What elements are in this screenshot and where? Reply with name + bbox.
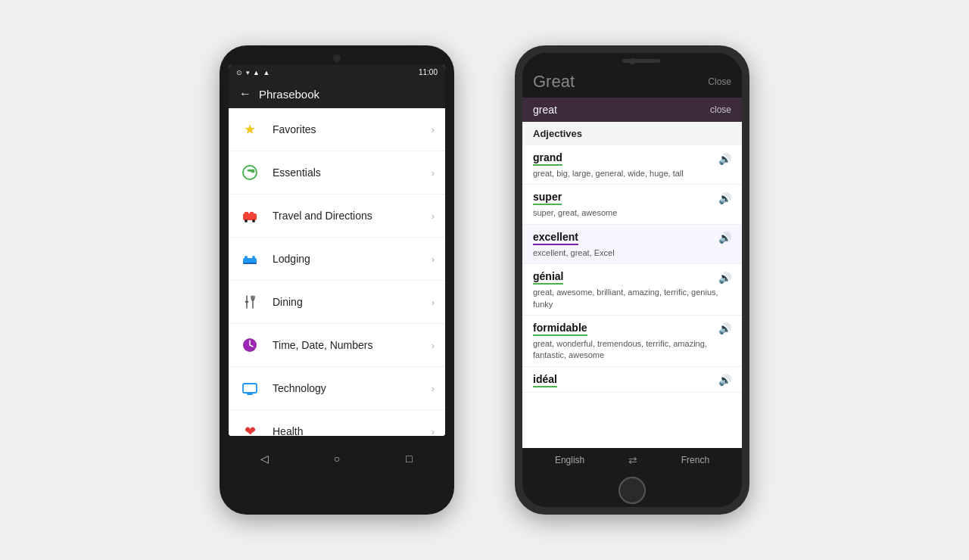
iphone-inner: Great Close great close Adjectives grand… [522, 53, 742, 507]
svg-point-0 [243, 166, 257, 179]
lodging-chevron: › [432, 254, 435, 265]
iphone-top [522, 53, 742, 66]
lodging-label: Lodging [273, 253, 432, 265]
sound-icon-formidable[interactable]: 🔊 [718, 322, 731, 334]
travel-chevron: › [432, 210, 435, 222]
svg-point-1 [251, 170, 255, 173]
word-tab-close-button[interactable]: close [710, 104, 731, 115]
android-camera [333, 54, 341, 62]
home-nav-button[interactable]: ○ [329, 450, 345, 467]
svg-rect-10 [243, 263, 257, 264]
android-status-bar: ⊙ ▾ ▲ ▲ 11:00 [229, 65, 445, 79]
recents-nav-button[interactable]: □ [400, 450, 417, 467]
swap-languages-button[interactable]: ⇄ [628, 454, 637, 466]
iphone-speaker [622, 59, 660, 63]
dict-def-grand: great, big, large, general, wide, huge, … [533, 168, 731, 179]
sound-icon-genial[interactable]: 🔊 [718, 272, 731, 284]
android-phone: ⊙ ▾ ▲ ▲ 11:00 ← Phrasebook ★ Favorites ›… [220, 45, 454, 515]
dict-word-super: super [533, 191, 562, 205]
svg-rect-17 [243, 384, 257, 393]
svg-rect-3 [245, 212, 248, 214]
essentials-icon [239, 162, 260, 183]
svg-rect-2 [243, 213, 257, 220]
menu-item-favorites[interactable]: ★ Favorites › [229, 108, 445, 151]
dict-entry-super: super 🔊 super, great, awesome [522, 185, 742, 224]
health-icon: ❤ [239, 421, 260, 436]
dict-content: Adjectives grand 🔊 great, big, large, ge… [522, 122, 742, 448]
iphone: Great Close great close Adjectives grand… [515, 45, 749, 515]
iphone-bottom-bar: English ⇄ French [522, 448, 742, 472]
time-chevron: › [432, 340, 435, 351]
dict-def-formidable: great, wonderful, tremendous, terrific, … [533, 338, 731, 362]
sound-icon-excellent[interactable]: 🔊 [718, 232, 731, 244]
dining-chevron: › [432, 297, 435, 308]
dict-word-formidable: formidable [533, 322, 587, 336]
menu-item-lodging[interactable]: Lodging › [229, 238, 445, 281]
time-icon [239, 334, 260, 356]
favorites-label: Favorites [273, 123, 432, 135]
svg-rect-9 [252, 256, 255, 259]
iphone-camera [629, 58, 635, 64]
status-icons-left: ⊙ ▾ ▲ ▲ [236, 69, 270, 76]
sound-icon-super[interactable]: 🔊 [718, 192, 731, 204]
dict-entry-formidable: formidable 🔊 great, wonderful, tremendou… [522, 316, 742, 367]
back-nav-button[interactable]: ◁ [257, 450, 273, 467]
svg-rect-8 [245, 256, 248, 259]
search-word: Great [533, 72, 575, 92]
back-button[interactable]: ← [239, 87, 251, 101]
menu-item-travel[interactable]: Travel and Directions › [229, 194, 445, 238]
toolbar-title: Phrasebook [259, 88, 319, 101]
status-time: 11:00 [419, 68, 438, 76]
iphone-home-bar [522, 472, 742, 507]
android-nav-bar: ◁ ○ □ [229, 439, 445, 478]
iphone-search-bar: Great Close [522, 66, 742, 98]
menu-item-time[interactable]: Time, Date, Numbers › [229, 324, 445, 367]
dict-def-excellent: excellent, great, Excel [533, 247, 731, 259]
dict-entry-ideal: idéal 🔊 [522, 367, 742, 393]
menu-list: ★ Favorites › Essentials › [229, 108, 445, 436]
menu-item-dining[interactable]: Dining › [229, 281, 445, 324]
time-label: Time, Date, Numbers [273, 339, 432, 351]
favorites-icon: ★ [239, 119, 260, 140]
iphone-screen: Great Close great close Adjectives grand… [522, 66, 742, 472]
android-toolbar: ← Phrasebook [229, 79, 445, 108]
travel-label: Travel and Directions [273, 210, 432, 222]
word-tab-bar: great close [522, 98, 742, 122]
word-tab-label: great [533, 104, 557, 116]
menu-item-technology[interactable]: Technology › [229, 367, 445, 410]
sound-icon-ideal[interactable]: 🔊 [718, 374, 731, 386]
menu-item-essentials[interactable]: Essentials › [229, 151, 445, 194]
sound-icon-grand[interactable]: 🔊 [718, 153, 731, 165]
lang-left-label: English [555, 455, 584, 465]
svg-point-6 [252, 219, 255, 222]
dining-label: Dining [273, 296, 432, 308]
android-screen: ⊙ ▾ ▲ ▲ 11:00 ← Phrasebook ★ Favorites ›… [229, 65, 445, 436]
home-button[interactable] [618, 477, 646, 504]
health-chevron: › [432, 426, 435, 437]
health-label: Health [273, 425, 432, 436]
essentials-label: Essentials [273, 166, 432, 179]
dict-section-header: Adjectives [522, 122, 742, 145]
dict-entry-excellent: excellent 🔊 excellent, great, Excel [522, 225, 742, 264]
svg-rect-4 [250, 212, 254, 214]
dict-def-super: super, great, awesome [533, 207, 731, 219]
essentials-chevron: › [432, 167, 435, 179]
tech-label: Technology [273, 382, 432, 394]
dict-word-ideal: idéal [533, 373, 557, 387]
close-top-button[interactable]: Close [708, 76, 731, 87]
dining-icon [239, 291, 260, 313]
dict-word-excellent: excellent [533, 231, 578, 245]
lodging-icon [239, 248, 260, 269]
menu-item-health[interactable]: ❤ Health › [229, 410, 445, 436]
tech-chevron: › [432, 383, 435, 394]
lang-right-label: French [681, 455, 709, 465]
dict-word-genial: génial [533, 270, 563, 285]
dict-entry-grand: grand 🔊 great, big, large, general, wide… [522, 145, 742, 185]
dict-entry-genial: génial 🔊 great, awesome, brilliant, amaz… [522, 264, 742, 316]
favorites-chevron: › [432, 124, 435, 135]
dict-def-genial: great, awesome, brilliant, amazing, terr… [533, 287, 731, 310]
tech-icon [239, 378, 260, 399]
dict-word-grand: grand [533, 151, 562, 166]
travel-icon [239, 205, 260, 226]
svg-point-5 [245, 219, 248, 222]
